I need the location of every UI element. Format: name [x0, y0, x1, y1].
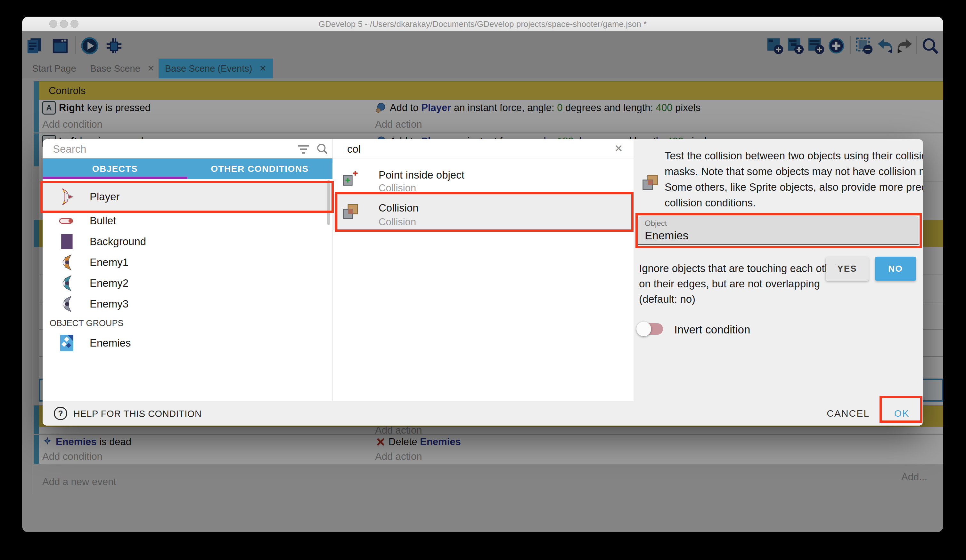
group-item-enemies[interactable]: Enemies: [43, 332, 332, 354]
window-title: GDevelop 5 - /Users/dkarakay/Documents/G…: [22, 16, 943, 31]
tab-objects[interactable]: OBJECTS: [43, 159, 187, 179]
condition-item-point-inside[interactable]: Point inside object Collision: [332, 163, 634, 193]
objects-search-bar: [43, 139, 332, 159]
object-item-enemy3[interactable]: Enemy3: [43, 293, 332, 314]
object-item-bullet[interactable]: Bullet: [43, 210, 332, 231]
objects-search-input[interactable]: [52, 142, 278, 157]
ignore-option-text: Ignore objects that are touching each ot…: [639, 262, 840, 275]
search-icon: [316, 142, 329, 155]
yes-button[interactable]: YES: [826, 257, 869, 281]
ignore-option-text: (default: no): [639, 293, 695, 305]
screenshot-stage: { "window": { "title": "GDevelop 5 - /Us…: [0, 0, 966, 560]
conditions-search-bar: ✕: [332, 139, 634, 159]
background-icon: [57, 232, 76, 251]
titlebar: GDevelop 5 - /Users/dkarakay/Documents/G…: [22, 16, 943, 31]
annotation-box-player: [40, 181, 334, 213]
object-item-enemy1[interactable]: Enemy1: [43, 252, 332, 273]
gdevelop-window: GDevelop 5 - /Users/dkarakay/Documents/G…: [22, 16, 943, 532]
conditions-search-input[interactable]: [347, 142, 591, 157]
condition-settings-panel: Test the collision between two objects u…: [634, 139, 923, 426]
object-item-background[interactable]: Background: [43, 231, 332, 252]
filter-icon[interactable]: [298, 143, 309, 156]
dialog-tabbar: OBJECTS OTHER CONDITIONS: [43, 159, 332, 179]
enemy3-ship-icon: [57, 295, 76, 314]
enemy1-ship-icon: [57, 253, 76, 272]
enemy2-ship-icon: [57, 273, 76, 293]
cancel-button[interactable]: CANCEL: [821, 405, 876, 421]
tab-other-conditions[interactable]: OTHER CONDITIONS: [187, 159, 332, 179]
condition-description-line: Test the collision between two objects u…: [665, 150, 918, 162]
condition-description-line: collision conditions.: [665, 197, 918, 209]
bullet-icon: [57, 211, 76, 231]
active-tab-indicator: [43, 177, 187, 179]
invert-condition-label: Invert condition: [674, 323, 750, 336]
clear-search-icon[interactable]: ✕: [614, 142, 623, 155]
invert-toggle-knob[interactable]: [636, 322, 651, 336]
annotation-box-collision: [335, 192, 634, 232]
help-link[interactable]: HELP FOR THIS CONDITION: [73, 409, 202, 419]
annotation-box-object-field: [636, 213, 922, 248]
object-item-enemy2[interactable]: Enemy2: [43, 273, 332, 293]
annotation-box-ok: [879, 396, 922, 423]
ignore-option-text: on their edges, but are not overlapping: [639, 278, 820, 290]
help-icon[interactable]: ?: [54, 407, 67, 420]
condition-description-line: masks. Note that some objects may not ha…: [665, 165, 918, 178]
enemies-group-icon: [57, 334, 76, 353]
dialog-footer: ? HELP FOR THIS CONDITION CANCEL OK: [43, 401, 923, 426]
condition-description-line: Some others, like Sprite objects, also p…: [665, 181, 918, 193]
object-groups-header: OBJECT GROUPS: [50, 318, 325, 328]
point-inside-object-icon: [341, 169, 360, 188]
no-button[interactable]: NO: [875, 257, 916, 281]
collision-icon: [641, 173, 660, 192]
